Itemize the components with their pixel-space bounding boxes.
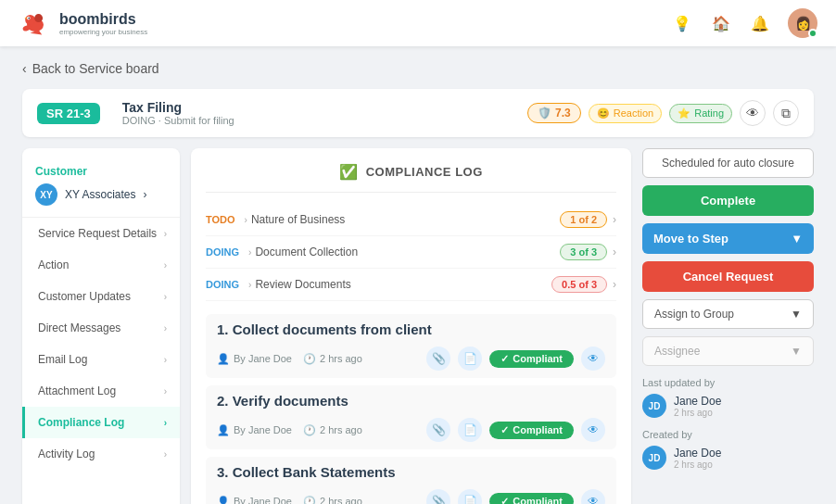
sidebar-item-customer-updates[interactable]: Customer Updates › bbox=[22, 281, 180, 312]
attachment-icon-btn[interactable]: 📎 bbox=[426, 489, 450, 504]
sidebar-label-activity-log: Activity Log bbox=[38, 447, 95, 460]
sidebar-customer-name: XY XY Associates › bbox=[35, 183, 167, 206]
log-expand-icon[interactable]: › bbox=[613, 213, 616, 226]
header-icons: 💡 🏠 🔔 👩 bbox=[671, 8, 817, 38]
step-2-meta: 👤 By Jane Doe 🕐 2 hrs ago 📎 📄 ✓ bbox=[217, 418, 605, 442]
step-3-number: 3. bbox=[217, 464, 233, 480]
user-icon: 👤 bbox=[217, 353, 230, 365]
eye-icon-btn[interactable]: 👁 bbox=[740, 100, 766, 126]
log-expand-icon[interactable]: › bbox=[613, 246, 616, 258]
shield-icon: 🛡️ bbox=[538, 107, 551, 120]
sidebar-label-compliance-log: Compliance Log bbox=[38, 416, 124, 429]
sidebar-label-service-request: Service Request Details bbox=[38, 227, 157, 240]
sidebar-item-service-request-details[interactable]: Service Request Details › bbox=[22, 218, 180, 249]
step-3-title: 3. Collect Bank Statements bbox=[217, 464, 605, 480]
sidebar-item-action[interactable]: Action › bbox=[22, 249, 180, 281]
last-updated-section: Last updated by JD Jane Doe 2 hrs ago bbox=[642, 377, 814, 418]
move-to-step-button[interactable]: Move to Step ▼ bbox=[642, 223, 814, 254]
step-1-author: 👤 By Jane Doe bbox=[217, 353, 292, 365]
sidebar-active-chevron-icon: › bbox=[164, 418, 167, 428]
home-icon[interactable]: 🏠 bbox=[710, 12, 732, 34]
step-3: 3. Collect Bank Statements 👤 By Jane Doe… bbox=[206, 457, 616, 504]
sidebar-item-compliance-log[interactable]: Compliance Log › bbox=[22, 407, 180, 438]
back-link[interactable]: ‹ Back to Service board bbox=[22, 61, 814, 76]
ticket-id: SR 21-3 bbox=[37, 103, 100, 124]
star-icon: ⭐ bbox=[678, 107, 690, 120]
reaction-emoji-icon: 😊 bbox=[597, 107, 610, 120]
ticket-title-section: Tax Filing DOING · Submit for filing bbox=[122, 100, 234, 126]
assign-group-dropdown[interactable]: Assign to Group ▼ bbox=[642, 299, 814, 329]
last-updated-user-row: JD Jane Doe 2 hrs ago bbox=[642, 394, 814, 418]
last-updated-time: 2 hrs ago bbox=[674, 408, 721, 418]
copy-icon-btn[interactable]: ⧉ bbox=[773, 100, 799, 126]
bulb-icon[interactable]: 💡 bbox=[671, 12, 693, 34]
log-label-review-documents: Review Documents bbox=[255, 278, 350, 291]
compliant-btn-3[interactable]: ✓ Compliant bbox=[489, 493, 574, 505]
document-icon-btn[interactable]: 📄 bbox=[458, 489, 482, 504]
log-label-document-collection: Document Collection bbox=[255, 246, 358, 258]
compliant-btn-2[interactable]: ✓ Compliant bbox=[489, 422, 574, 439]
sidebar-item-direct-messages[interactable]: Direct Messages › bbox=[22, 312, 180, 344]
ticket-subtitle: DOING · Submit for filing bbox=[122, 115, 234, 126]
attachment-icon-btn[interactable]: 📎 bbox=[426, 418, 450, 442]
sidebar-chevron-icon: › bbox=[164, 323, 167, 334]
logo: boombirds empowering your business bbox=[19, 6, 147, 40]
score-badge: 🛡️ 7.3 bbox=[527, 103, 581, 123]
log-badge-todo: 1 of 2 › bbox=[560, 211, 616, 228]
sidebar-label-attachment-log: Attachment Log bbox=[38, 384, 116, 397]
check-icon: ✓ bbox=[500, 424, 509, 436]
log-arrow-icon: › bbox=[248, 280, 251, 290]
compliant-btn-1[interactable]: ✓ Compliant bbox=[489, 350, 574, 368]
reaction-badge[interactable]: 😊 Reaction bbox=[589, 104, 662, 123]
step-2: 2. Verify documents 👤 By Jane Doe 🕐 2 hr… bbox=[206, 385, 616, 449]
clock-icon: 🕐 bbox=[303, 496, 316, 505]
step-1: 1. Collect documents from client 👤 By Ja… bbox=[206, 314, 616, 378]
last-updated-label: Last updated by bbox=[642, 377, 814, 388]
clock-icon: 🕐 bbox=[303, 353, 316, 365]
clock-icon: 🕐 bbox=[303, 424, 316, 436]
rating-badge[interactable]: ⭐ Rating bbox=[669, 104, 732, 123]
created-by-name: Jane Doe bbox=[674, 447, 721, 460]
eye-step-icon-btn[interactable]: 👁 bbox=[581, 489, 605, 504]
eye-step-icon-btn[interactable]: 👁 bbox=[581, 418, 605, 442]
assignee-field[interactable]: Assignee ▼ bbox=[642, 336, 814, 366]
document-icon-btn[interactable]: 📄 bbox=[458, 418, 482, 442]
compliance-check-icon: ✅ bbox=[339, 163, 359, 181]
ticket-title: Tax Filing bbox=[122, 100, 234, 115]
bell-icon[interactable]: 🔔 bbox=[749, 12, 771, 34]
attachment-icon-btn[interactable]: 📎 bbox=[426, 346, 450, 371]
score-value: 7.3 bbox=[555, 107, 571, 120]
log-badge-doing-2: 0.5 of 3 › bbox=[551, 276, 616, 293]
avatar[interactable]: 👩 bbox=[788, 8, 817, 38]
compliance-log-header: ✅ COMPLIANCE LOG bbox=[206, 163, 616, 193]
move-to-step-label: Move to Step bbox=[653, 232, 728, 246]
main-container: ‹ Back to Service board SR 21-3 Tax Fili… bbox=[0, 46, 836, 504]
log-expand-icon[interactable]: › bbox=[613, 278, 616, 291]
check-icon: ✓ bbox=[500, 353, 509, 365]
avatar-online-dot bbox=[808, 29, 817, 38]
sidebar-chevron-icon: › bbox=[164, 355, 167, 365]
log-count-doing-2: 0.5 of 3 bbox=[551, 276, 607, 293]
created-by-avatar: JD bbox=[642, 446, 666, 470]
sidebar-item-email-log[interactable]: Email Log › bbox=[22, 344, 180, 375]
customer-initials: XY bbox=[40, 190, 52, 200]
step-1-meta: 👤 By Jane Doe 🕐 2 hrs ago 📎 📄 ✓ bbox=[217, 346, 605, 371]
sidebar-chevron-icon: › bbox=[164, 260, 167, 271]
eye-step-icon-btn[interactable]: 👁 bbox=[581, 346, 605, 371]
cancel-request-button[interactable]: Cancel Request bbox=[642, 261, 814, 292]
log-arrow-icon: › bbox=[245, 215, 247, 225]
sidebar-item-attachment-log[interactable]: Attachment Log › bbox=[22, 375, 180, 407]
document-icon-btn[interactable]: 📄 bbox=[458, 346, 482, 371]
sidebar-item-activity-log[interactable]: Activity Log › bbox=[22, 438, 180, 470]
rating-label: Rating bbox=[694, 107, 724, 119]
sidebar-label-action: Action bbox=[38, 258, 69, 271]
auto-closure-button[interactable]: Scheduled for auto closure bbox=[642, 148, 814, 178]
sidebar-customer-section: Customer XY XY Associates › bbox=[22, 158, 180, 218]
user-icon: 👤 bbox=[217, 496, 230, 505]
ticket-actions: 🛡️ 7.3 😊 Reaction ⭐ Rating 👁 ⧉ bbox=[527, 100, 799, 126]
log-status-doing-2: DOING bbox=[206, 279, 239, 290]
complete-button[interactable]: Complete bbox=[642, 185, 814, 216]
step-1-title: 1. Collect documents from client bbox=[217, 321, 605, 337]
log-arrow-icon: › bbox=[248, 247, 251, 258]
sidebar-label-email-log: Email Log bbox=[38, 353, 87, 366]
